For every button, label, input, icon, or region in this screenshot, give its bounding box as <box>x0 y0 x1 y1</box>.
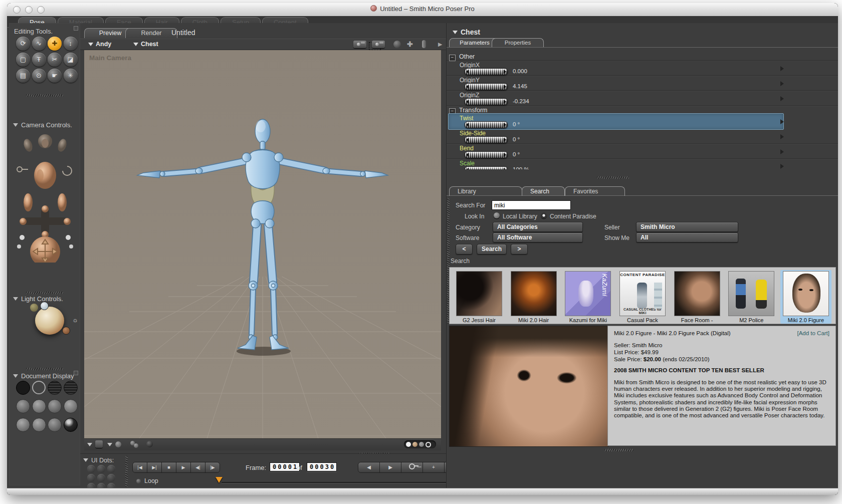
disclosure-triangle-icon[interactable] <box>87 443 92 446</box>
result-item[interactable]: Miki 2.0 Hair <box>508 270 559 324</box>
twist-dial[interactable] <box>465 121 508 128</box>
originy-dial[interactable] <box>465 83 508 90</box>
panel-grip[interactable] <box>26 368 63 370</box>
chain-break-tool[interactable]: ✂ <box>48 53 62 67</box>
step-back-button[interactable]: ◀| <box>191 462 205 472</box>
display-style-cartoon[interactable] <box>64 399 78 413</box>
search-input[interactable] <box>492 200 571 210</box>
style-dot-gray[interactable] <box>419 442 424 447</box>
loop-indicator[interactable] <box>136 479 141 483</box>
result-thumbnail[interactable] <box>456 271 502 316</box>
next-keyframe-button[interactable]: ▶ <box>380 462 401 472</box>
figure-dropdown[interactable]: Andy <box>88 41 111 48</box>
parameters-header[interactable]: Chest <box>453 28 480 36</box>
param-options-arrow[interactable] <box>780 81 784 86</box>
ui-dot[interactable] <box>97 465 105 473</box>
panel-grip[interactable] <box>125 456 128 487</box>
disclosure-triangle-icon[interactable] <box>13 123 18 127</box>
light-dot[interactable] <box>40 302 49 310</box>
search-button[interactable]: Search <box>477 244 507 255</box>
display-style-smooth-shaded[interactable] <box>16 418 30 432</box>
result-thumbnail[interactable] <box>728 271 774 316</box>
result-thumbnail[interactable]: KaZumi <box>565 271 611 316</box>
titlebar[interactable]: Untitled – Smith Micro Poser Pro <box>7 3 838 17</box>
category-dropdown[interactable]: All Categories <box>493 222 583 232</box>
depth-cue-ball[interactable] <box>115 441 121 447</box>
next-page-button[interactable]: > <box>511 244 528 255</box>
param-options-arrow[interactable] <box>780 119 784 124</box>
software-dropdown[interactable]: All Software <box>493 232 583 242</box>
tracking-ball-dark[interactable] <box>146 441 153 447</box>
param-options-arrow[interactable] <box>780 96 784 101</box>
display-style-preview[interactable] <box>64 418 78 432</box>
panel-grip[interactable] <box>26 94 63 97</box>
disclosure-triangle-icon[interactable] <box>453 31 458 34</box>
display-style-texture-shaded[interactable] <box>48 418 62 432</box>
result-item-selected[interactable]: Miki 2.0 Figure <box>780 270 831 324</box>
panel-grip[interactable] <box>597 176 629 179</box>
panel-expand-arrow[interactable]: ▶ <box>438 41 442 48</box>
result-item[interactable]: G2 Jessi Hair <box>454 270 505 324</box>
display-style-outline[interactable] <box>32 381 46 394</box>
tab-favorites[interactable]: Favorites <box>565 186 625 196</box>
dolly-icon[interactable] <box>422 40 426 48</box>
morphing-tool[interactable]: ☛ <box>48 69 62 83</box>
result-thumbnail[interactable] <box>674 271 720 316</box>
scale-dial[interactable] <box>465 166 508 169</box>
translate-inout-tool[interactable]: ↕ <box>64 37 78 51</box>
current-frame-counter[interactable]: 00001 <box>270 462 300 471</box>
tracking-ball-small[interactable] <box>134 443 138 448</box>
display-style-wireframe[interactable] <box>48 381 62 395</box>
pane-toggle-button[interactable] <box>95 440 103 448</box>
tab-search[interactable]: Search <box>522 186 565 196</box>
originz-value[interactable]: -0.234 <box>513 98 529 104</box>
sideside-value[interactable]: 0 ° <box>513 136 520 142</box>
originx-dial[interactable] <box>465 68 508 75</box>
sideside-dial[interactable] <box>465 136 508 143</box>
add-keyframe-button[interactable]: + <box>423 462 445 472</box>
color-tool[interactable]: ◪ <box>64 53 78 67</box>
scale-tool[interactable]: ▢ <box>16 53 30 67</box>
result-item[interactable]: M2 Police <box>726 270 777 324</box>
originy-value[interactable]: 4.145 <box>513 83 527 89</box>
ui-dot[interactable] <box>87 474 95 482</box>
originz-dial[interactable] <box>465 98 508 105</box>
light-dot[interactable] <box>30 304 38 312</box>
total-frames-counter[interactable]: 00030 <box>307 462 337 471</box>
disclosure-triangle-icon[interactable] <box>107 443 112 446</box>
ui-dot[interactable] <box>87 465 95 473</box>
step-forward-button[interactable]: |▶ <box>205 462 220 472</box>
camera-controls-cluster[interactable] <box>13 131 77 263</box>
rotate-tool[interactable]: ⟳ <box>16 37 30 51</box>
originx-value[interactable]: 0.000 <box>513 68 527 74</box>
translate-pull-tool[interactable]: ✚ <box>48 37 62 51</box>
scale-value[interactable]: 100 % <box>513 166 529 169</box>
add-to-cart-link[interactable]: [Add to Cart] <box>797 330 829 336</box>
first-frame-button[interactable]: |◀ <box>133 462 147 472</box>
param-options-arrow[interactable] <box>780 164 784 169</box>
param-options-arrow[interactable] <box>780 149 784 154</box>
result-item[interactable]: Face Room - <box>672 270 723 324</box>
viewport-3d[interactable]: Main Camera <box>84 50 441 438</box>
grouping-tool[interactable]: ▤ <box>16 69 30 83</box>
result-thumbnail[interactable]: CONTENT PARADISE CASUAL CLOTHES for MIKI <box>619 271 666 316</box>
twist-value[interactable]: 0 ° <box>513 121 520 127</box>
ui-dot[interactable] <box>107 474 115 482</box>
bend-dial[interactable] <box>465 151 508 158</box>
move-axis-icon[interactable]: ✚ <box>407 40 413 48</box>
twist-tool[interactable]: ∿ <box>32 37 46 51</box>
display-style-hidden-line[interactable] <box>64 381 78 395</box>
display-style-smooth-lined[interactable] <box>32 418 46 432</box>
view-magnifier-tool[interactable]: ⊙ <box>32 69 46 83</box>
tab-properties[interactable]: Properties <box>492 38 544 47</box>
sun-icon[interactable]: ☼ <box>72 316 78 324</box>
display-style-flat-shaded[interactable] <box>32 399 46 413</box>
camera-flyaround-icon[interactable] <box>372 41 385 48</box>
disclosure-triangle-icon[interactable] <box>13 374 18 378</box>
radio-content-paradise[interactable] <box>541 212 547 218</box>
stop-button[interactable]: ■ <box>162 462 176 472</box>
panel-resize-icon[interactable] <box>74 371 78 375</box>
light-ball[interactable] <box>35 307 64 335</box>
light-dot[interactable] <box>62 327 70 335</box>
show-me-dropdown[interactable]: All <box>636 232 738 242</box>
